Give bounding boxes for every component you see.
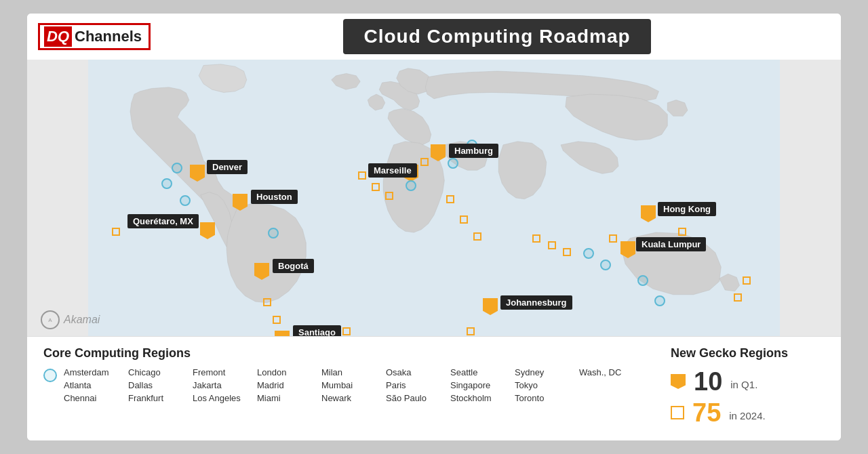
city-singapore: Singapore xyxy=(450,380,515,390)
sq-8 xyxy=(385,192,393,200)
sq-19 xyxy=(623,241,631,249)
city-atlanta: Atlanta xyxy=(64,380,128,390)
gecko-q1-row: 10 in Q1. xyxy=(671,369,841,394)
city-seattle: Seattle xyxy=(450,367,515,377)
city-osaka: Osaka xyxy=(386,367,450,377)
sq-20 xyxy=(678,228,686,236)
city-frankfurt: Frankfurt xyxy=(128,393,193,403)
core-dot-8 xyxy=(583,248,594,259)
santiago-marker xyxy=(275,331,290,336)
city-paris: Paris xyxy=(386,380,450,390)
gecko-2024-label: in 2024. xyxy=(729,410,765,426)
legend-row: Amsterdam Chicago Fremont London Milan O… xyxy=(43,367,644,403)
johannesburg-label: Johannesburg xyxy=(500,295,572,310)
city-london: London xyxy=(257,367,321,377)
denver-label: Denver xyxy=(207,160,248,174)
world-map-svg xyxy=(27,60,841,336)
cities-row-1: Amsterdam Chicago Fremont London Milan O… xyxy=(64,367,644,377)
gecko-filled-marker-icon xyxy=(671,374,686,389)
core-legend-circle xyxy=(43,369,57,382)
sq-7 xyxy=(372,183,380,191)
city-mumbai: Mumbai xyxy=(321,380,386,390)
gecko-2024-row: 75 in 2024. xyxy=(671,400,841,426)
city-sydney: Sydney xyxy=(515,367,579,377)
core-regions-title: Core Computing Regions xyxy=(43,346,644,360)
hamburg-label: Hamburg xyxy=(449,144,498,158)
akamai-circle-icon: A xyxy=(41,310,60,329)
city-amsterdam: Amsterdam xyxy=(64,367,128,377)
core-dot-7 xyxy=(268,228,279,239)
sq-14 xyxy=(467,327,475,335)
sq-1 xyxy=(112,228,120,236)
akamai-logo: A Akamai xyxy=(41,310,100,329)
hongkong-label: Hong Kong xyxy=(658,202,716,216)
sq-10 xyxy=(437,148,446,156)
bogota-label: Bogotá xyxy=(273,259,314,273)
gecko-q1-number: 10 xyxy=(694,369,722,394)
city-losangeles: Los Angeles xyxy=(193,393,257,403)
gecko-outline-marker-icon xyxy=(671,406,684,419)
sq-11 xyxy=(446,195,454,203)
sq-21 xyxy=(743,276,751,285)
main-container: DQ Channels Cloud Computing Roadmap xyxy=(27,14,841,440)
city-milan: Milan xyxy=(321,367,386,377)
houston-label: Houston xyxy=(251,190,298,204)
city-miami: Miami xyxy=(257,393,321,403)
city-chennai: Chennai xyxy=(64,393,128,403)
gecko-regions-panel: New Gecko Regions 10 in Q1. 75 in 2024. xyxy=(671,346,841,431)
logo: DQ Channels xyxy=(38,23,151,50)
kualalumpur-label: Kuala Lumpur xyxy=(636,237,706,251)
sq-13 xyxy=(473,232,481,241)
city-washdc: Wash., DC xyxy=(579,367,644,377)
sq-17 xyxy=(563,248,571,256)
city-chicago: Chicago xyxy=(128,367,193,377)
city-madrid: Madrid xyxy=(257,380,321,390)
sq-4 xyxy=(342,327,351,335)
sq-18 xyxy=(609,234,617,243)
city-fremont: Fremont xyxy=(193,367,257,377)
city-saopaulo: São Paulo xyxy=(386,393,450,403)
page-title: Cloud Computing Roadmap xyxy=(343,19,650,54)
map-area: Denver Houston Querétaro, MX Bogotá Sant… xyxy=(27,60,841,336)
cities-grid: Amsterdam Chicago Fremont London Milan O… xyxy=(64,367,644,403)
core-dot-5 xyxy=(448,158,458,169)
core-dot-10 xyxy=(637,275,648,286)
core-dot-6 xyxy=(406,180,416,191)
sq-3 xyxy=(273,316,281,324)
gecko-q1-label: in Q1. xyxy=(730,379,757,394)
queretaro-label: Querétaro, MX xyxy=(127,214,199,228)
city-newark: Newark xyxy=(321,393,386,403)
gecko-regions-title: New Gecko Regions xyxy=(671,346,841,360)
city-dallas: Dallas xyxy=(128,380,193,390)
core-dot-2 xyxy=(161,178,172,189)
sq-9 xyxy=(420,158,429,166)
sq-2 xyxy=(263,298,271,306)
marseille-label: Marseille xyxy=(368,163,417,178)
cities-row-3: Chennai Frankfurt Los Angeles Miami Newa… xyxy=(64,393,644,403)
core-dot-1 xyxy=(172,163,182,173)
city-stockholm: Stockholm xyxy=(450,393,515,403)
city-empty-3 xyxy=(579,393,644,403)
city-toronto: Toronto xyxy=(515,393,579,403)
sq-12 xyxy=(460,215,468,224)
sq-22 xyxy=(734,293,742,302)
city-jakarta: Jakarta xyxy=(193,380,257,390)
core-dot-3 xyxy=(180,195,191,206)
gecko-2024-number: 75 xyxy=(692,400,721,426)
core-dot-9 xyxy=(600,260,611,270)
core-dot-11 xyxy=(654,295,665,306)
logo-dq: DQ xyxy=(44,26,72,47)
city-tokyo: Tokyo xyxy=(515,380,579,390)
sq-16 xyxy=(548,241,556,249)
cities-row-2: Atlanta Dallas Jakarta Madrid Mumbai Par… xyxy=(64,380,644,390)
sq-6 xyxy=(358,171,366,180)
bottom-section: Core Computing Regions Amsterdam Chicago… xyxy=(27,336,841,440)
header: DQ Channels Cloud Computing Roadmap xyxy=(27,14,841,60)
core-regions-panel: Core Computing Regions Amsterdam Chicago… xyxy=(43,346,644,431)
logo-channels: Channels xyxy=(72,26,144,47)
akamai-text: Akamai xyxy=(64,314,100,326)
city-empty-2 xyxy=(579,380,644,390)
santiago-label: Santiago xyxy=(293,325,341,336)
sq-15 xyxy=(532,234,540,243)
